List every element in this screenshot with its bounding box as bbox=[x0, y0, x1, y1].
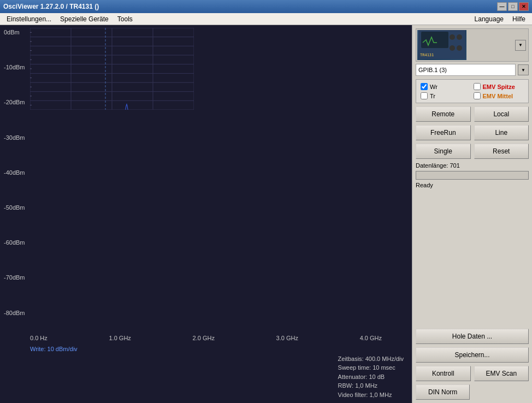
menu-spezielle-geraete[interactable]: Spezielle Geräte bbox=[56, 14, 113, 24]
maximize-button[interactable]: □ bbox=[508, 2, 518, 11]
datenlaenge-label: Datenlänge: bbox=[416, 162, 448, 169]
checkbox-emv-spitze-row: EMV Spitze bbox=[474, 83, 524, 90]
hole-daten-button[interactable]: Hole Daten ... bbox=[416, 329, 529, 344]
device-arrow-icon[interactable]: ▼ bbox=[515, 40, 526, 51]
title-bar: OsciViewer 1.27.2.0 / TR4131 () — □ ✕ bbox=[0, 0, 532, 13]
datenlaenge-row: Datenlänge: 701 bbox=[416, 162, 529, 169]
checkbox-emv-mittel-row: EMV Mittel bbox=[474, 92, 524, 99]
y-label-70dbm: -70dBm bbox=[4, 274, 29, 281]
y-label-80dbm: -80dBm bbox=[4, 310, 29, 316]
datenlaenge-value: 701 bbox=[450, 162, 459, 169]
device-dropdown-arrow[interactable]: ▼ bbox=[515, 40, 526, 51]
checkbox-wr-row: Wr bbox=[421, 83, 471, 90]
y-label-50dbm: -50dBm bbox=[4, 204, 29, 211]
menu-einstellungen[interactable]: Einstellungen... bbox=[2, 14, 56, 24]
speichern-button[interactable]: Speichern... bbox=[416, 347, 529, 363]
svg-point-31 bbox=[457, 45, 462, 51]
device-section: TR4131 ▼ GPIB.1 (3) GPIB.1 (4) GPIB.2 (3… bbox=[416, 28, 529, 76]
close-button[interactable]: ✕ bbox=[519, 2, 529, 11]
din-norm-button[interactable]: DIN Norm bbox=[416, 384, 470, 400]
kontroll-button[interactable]: Kontroll bbox=[416, 366, 471, 381]
emv-scan-button[interactable]: EMV Scan bbox=[474, 366, 529, 381]
checkbox-section: Wr EMV Spitze Tr EMV Mittel bbox=[416, 79, 529, 103]
checkbox-emv-mittel-label: EMV Mittel bbox=[483, 93, 513, 99]
single-button[interactable]: Single bbox=[416, 144, 471, 159]
zeitbasis-info: Zeitbasis: 400.0 MHz/div bbox=[338, 354, 404, 364]
rbw-info: RBW: 1,0 MHz bbox=[338, 381, 404, 390]
chart-info-empty bbox=[30, 353, 338, 401]
spectrum-chart bbox=[30, 28, 194, 110]
right-panel: TR4131 ▼ GPIB.1 (3) GPIB.1 (4) GPIB.2 (3… bbox=[412, 25, 532, 403]
checkbox-tr[interactable] bbox=[421, 92, 428, 99]
chart-area: 0dBm -10dBm -20dBm -30dBm -40dBm -50dBm … bbox=[0, 25, 412, 403]
ready-label: Ready bbox=[416, 182, 529, 188]
svg-rect-27 bbox=[421, 32, 448, 48]
kontroll-emvscan-row: Kontroll EMV Scan bbox=[416, 366, 529, 381]
svg-point-28 bbox=[450, 34, 455, 40]
svg-text:TR4131: TR4131 bbox=[420, 53, 434, 57]
device-img-inner: TR4131 bbox=[417, 30, 466, 60]
x-label-0hz: 0.0 Hz bbox=[30, 335, 48, 345]
title-text: OsciViewer 1.27.2.0 / TR4131 () bbox=[3, 3, 99, 10]
y-label-10dbm: -10dBm bbox=[4, 64, 29, 70]
menu-language[interactable]: Language bbox=[470, 14, 508, 24]
freerun-button[interactable]: FreeRun bbox=[416, 125, 471, 140]
gpib-row: GPIB.1 (3) GPIB.1 (4) GPIB.2 (3) ▼ bbox=[416, 64, 529, 76]
svg-point-29 bbox=[457, 34, 462, 40]
write-label: Write: 10 dBm/div bbox=[3, 346, 409, 352]
y-label-0dbm: 0dBm bbox=[4, 29, 29, 35]
reset-button[interactable]: Reset bbox=[474, 144, 529, 159]
checkbox-emv-spitze[interactable] bbox=[474, 83, 481, 90]
gpib-select[interactable]: GPIB.1 (3) GPIB.1 (4) GPIB.2 (3) bbox=[416, 64, 516, 76]
status-section: Datenlänge: 701 Ready bbox=[416, 162, 529, 188]
sweep-time-info: Sweep time: 10 msec bbox=[338, 363, 404, 372]
y-label-20dbm: -20dBm bbox=[4, 99, 29, 105]
video-filter-info: Video filter: 1,0 MHz bbox=[338, 390, 404, 400]
remote-button[interactable]: Remote bbox=[416, 106, 471, 122]
y-label-40dbm: -40dBm bbox=[4, 169, 29, 176]
local-button[interactable]: Local bbox=[474, 106, 529, 122]
menu-items-left: Einstellungen... Spezielle Geräte Tools bbox=[2, 14, 137, 24]
menu-tools[interactable]: Tools bbox=[113, 14, 137, 24]
device-image: TR4131 bbox=[417, 30, 466, 60]
y-label-60dbm: -60dBm bbox=[4, 239, 29, 246]
menu-hilfe[interactable]: Hilfe bbox=[508, 14, 530, 24]
bottom-buttons: Hole Daten ... Speichern... Kontroll EMV… bbox=[416, 329, 529, 400]
checkbox-tr-label: Tr bbox=[430, 93, 435, 99]
x-label-4ghz: 4.0 GHz bbox=[360, 335, 382, 345]
menu-bar: Einstellungen... Spezielle Geräte Tools … bbox=[0, 13, 532, 25]
remote-local-row: Remote Local bbox=[416, 106, 529, 122]
y-axis-labels: 0dBm -10dBm -20dBm -30dBm -40dBm -50dBm … bbox=[3, 28, 30, 317]
gpib-arrow-icon[interactable]: ▼ bbox=[518, 64, 529, 75]
chart-info: Zeitbasis: 400.0 MHz/div Sweep time: 10 … bbox=[338, 353, 409, 401]
x-label-3ghz: 3.0 GHz bbox=[276, 335, 298, 345]
checkbox-wr-label: Wr bbox=[430, 84, 438, 90]
attenuator-info: Attenuator: 10 dB bbox=[338, 372, 404, 382]
line-button[interactable]: Line bbox=[474, 125, 529, 140]
y-label-30dbm: -30dBm bbox=[4, 134, 29, 141]
minimize-button[interactable]: — bbox=[497, 2, 507, 11]
menu-items-right: Language Hilfe bbox=[470, 14, 530, 24]
title-bar-controls: — □ ✕ bbox=[497, 2, 529, 11]
x-label-2ghz: 2.0 GHz bbox=[193, 335, 215, 345]
single-reset-row: Single Reset bbox=[416, 144, 529, 159]
checkbox-emv-mittel[interactable] bbox=[474, 92, 481, 99]
x-label-1ghz: 1.0 GHz bbox=[109, 335, 131, 345]
checkbox-tr-row: Tr bbox=[421, 92, 471, 99]
device-image-row: TR4131 ▼ bbox=[416, 28, 529, 62]
x-axis-labels: 0.0 Hz 1.0 GHz 2.0 GHz 3.0 GHz 4.0 GHz bbox=[3, 334, 409, 345]
checkbox-wr[interactable] bbox=[421, 83, 428, 90]
checkbox-emv-spitze-label: EMV Spitze bbox=[483, 84, 515, 90]
svg-point-30 bbox=[450, 45, 455, 51]
progress-bar bbox=[416, 171, 529, 180]
chart-container: 0dBm -10dBm -20dBm -30dBm -40dBm -50dBm … bbox=[3, 28, 409, 334]
freerun-line-row: FreeRun Line bbox=[416, 125, 529, 140]
main-content: 0dBm -10dBm -20dBm -30dBm -40dBm -50dBm … bbox=[0, 25, 532, 403]
